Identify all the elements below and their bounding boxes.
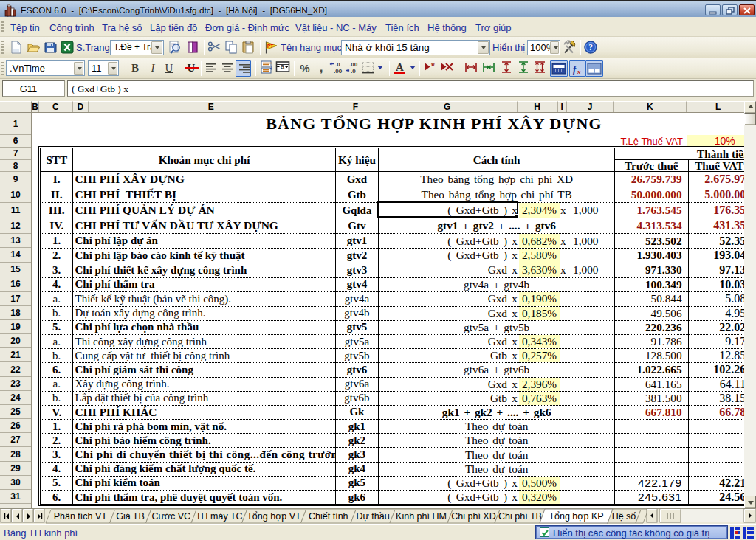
svg-text:.0: .0 xyxy=(351,68,356,75)
svg-text:x: x xyxy=(577,68,581,75)
svg-text:Tổng hợp KP: Tổng hợp KP xyxy=(549,511,603,522)
svg-text:.0: .0 xyxy=(335,61,340,68)
svg-text:Chi phí XD: Chi phí XD xyxy=(451,511,495,522)
svg-text:Cước VC: Cước VC xyxy=(151,511,190,522)
svg-text:Phân tích VT: Phân tích VT xyxy=(54,511,108,522)
svg-text:PT: PT xyxy=(267,44,273,49)
svg-text:.00: .00 xyxy=(334,68,343,75)
svg-text:Chi phí TB: Chi phí TB xyxy=(498,511,542,522)
svg-text:TH máy TC: TH máy TC xyxy=(196,511,243,522)
svg-text:Dự thầu: Dự thầu xyxy=(356,511,389,522)
svg-text:Hệ số: Hệ số xyxy=(612,511,636,522)
svg-text:*: * xyxy=(431,61,435,72)
svg-text:Giá TB: Giá TB xyxy=(116,511,145,522)
svg-text:?: ? xyxy=(588,43,593,52)
svg-text:Kinh phí HM: Kinh phí HM xyxy=(396,511,447,522)
svg-text:.00: .00 xyxy=(349,61,358,68)
svg-text:a: a xyxy=(281,63,284,70)
svg-text:Tổng hợp VT: Tổng hợp VT xyxy=(247,511,301,522)
svg-text:Chiết tính: Chiết tính xyxy=(309,511,348,522)
